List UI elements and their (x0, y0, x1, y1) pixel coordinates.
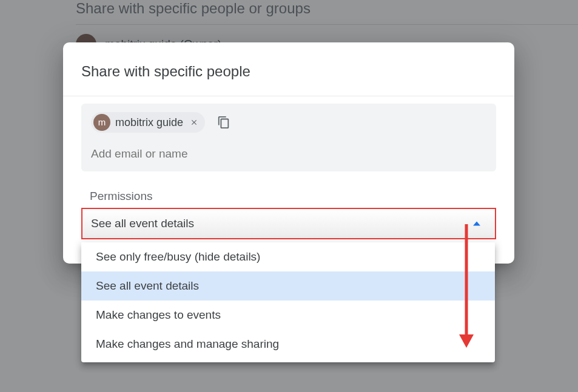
permissions-selected-value: See all event details (91, 217, 194, 230)
permission-option-free-busy[interactable]: See only free/busy (hide details) (81, 242, 495, 271)
dialog-header: Share with specific people (63, 42, 514, 96)
permissions-select[interactable]: See all event details (81, 208, 496, 239)
chip-label: mobitrix guide (115, 116, 183, 129)
person-chip[interactable]: m mobitrix guide (91, 112, 205, 133)
permissions-dropdown: See only free/busy (hide details) See al… (81, 242, 495, 362)
recipients-input-area[interactable]: m mobitrix guide (81, 104, 496, 171)
permission-option-see-all[interactable]: See all event details (81, 271, 495, 301)
copy-icon (217, 116, 230, 129)
caret-up-icon (473, 222, 480, 226)
chip-row: m mobitrix guide (91, 112, 486, 133)
chip-remove-button[interactable] (188, 116, 200, 128)
dialog-title: Share with specific people (81, 63, 496, 80)
permission-option-make-changes[interactable]: Make changes to events (81, 301, 495, 330)
permission-option-manage-sharing[interactable]: Make changes and manage sharing (81, 330, 495, 359)
share-dialog: Share with specific people m mobitrix gu… (63, 42, 514, 264)
email-input[interactable] (91, 147, 486, 161)
chip-avatar-icon: m (93, 114, 110, 131)
close-icon (190, 118, 198, 127)
permissions-label: Permissions (81, 190, 496, 203)
copy-button[interactable] (213, 112, 234, 133)
